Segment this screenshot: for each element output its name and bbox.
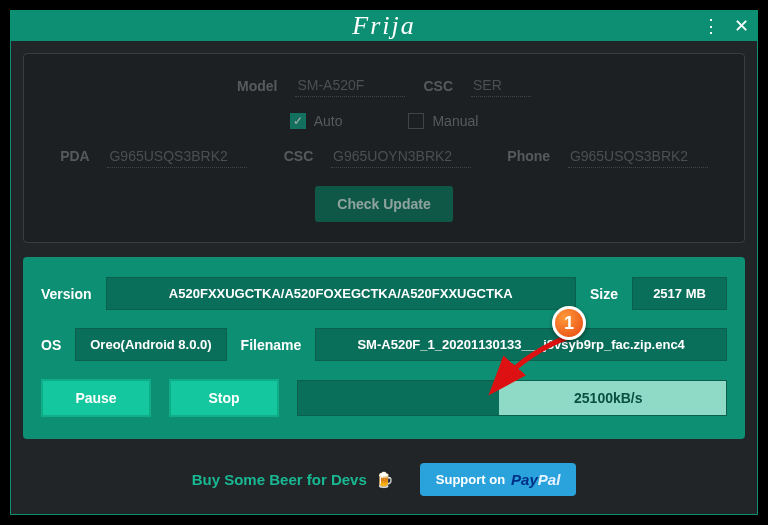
- download-panel: Version A520FXXUGCTKA/A520FOXEGCTKA/A520…: [23, 257, 745, 439]
- checkbox-empty-icon: [408, 113, 424, 129]
- version-label: Version: [41, 286, 92, 302]
- size-value: 2517 MB: [632, 277, 727, 310]
- content: Model CSC ✓ Auto Manual PDA: [11, 41, 757, 522]
- pause-button[interactable]: Pause: [41, 379, 151, 417]
- beer-text: Buy Some Beer for Devs: [192, 471, 367, 488]
- csc2-label: CSC: [284, 148, 314, 164]
- firmware-query-panel: Model CSC ✓ Auto Manual PDA: [23, 53, 745, 243]
- beer-icon: 🍺: [375, 471, 394, 489]
- manual-checkbox[interactable]: Manual: [408, 113, 478, 129]
- os-value: Oreo(Android 8.0.0): [75, 328, 226, 361]
- donate-beer-link[interactable]: Buy Some Beer for Devs 🍺: [192, 471, 394, 489]
- app-window: Frija ⋮ ✕ Model CSC ✓ Auto Manual: [10, 10, 758, 515]
- phone-label: Phone: [507, 148, 550, 164]
- csc-input[interactable]: [471, 74, 531, 97]
- footer: Buy Some Beer for Devs 🍺 Support on PayP…: [23, 453, 745, 510]
- manual-label: Manual: [432, 113, 478, 129]
- download-speed: 25100kB/s: [298, 381, 726, 415]
- csc2-input[interactable]: [331, 145, 471, 168]
- paypal-button[interactable]: Support on PayPal: [420, 463, 577, 496]
- app-title: Frija: [352, 11, 415, 41]
- phone-group: Phone: [507, 145, 708, 168]
- csc2-group: CSC: [284, 145, 471, 168]
- auto-label: Auto: [314, 113, 343, 129]
- title-controls: ⋮ ✕: [702, 11, 749, 41]
- check-update-button[interactable]: Check Update: [315, 186, 452, 222]
- pda-group: PDA: [60, 145, 247, 168]
- version-value: A520FXXUGCTKA/A520FOXEGCTKA/A520FXXUGCTK…: [106, 277, 576, 310]
- filename-label: Filename: [241, 337, 302, 353]
- model-label: Model: [237, 78, 277, 94]
- filename-value: SM-A520F_1_20201130133___j8vsyb9rp_fac.z…: [315, 328, 727, 361]
- size-label: Size: [590, 286, 618, 302]
- pda-label: PDA: [60, 148, 90, 164]
- csc-label: CSC: [423, 78, 453, 94]
- auto-checkbox[interactable]: ✓ Auto: [290, 113, 343, 129]
- paypal-logo: PayPal: [511, 471, 560, 488]
- stop-button[interactable]: Stop: [169, 379, 279, 417]
- titlebar: Frija ⋮ ✕: [11, 11, 757, 41]
- close-icon[interactable]: ✕: [734, 15, 749, 37]
- phone-input[interactable]: [568, 145, 708, 168]
- check-icon: ✓: [290, 113, 306, 129]
- support-text: Support on: [436, 472, 505, 487]
- menu-icon[interactable]: ⋮: [702, 15, 720, 37]
- pda-input[interactable]: [107, 145, 247, 168]
- os-label: OS: [41, 337, 61, 353]
- model-input[interactable]: [295, 74, 405, 97]
- download-progress: 25100kB/s: [297, 380, 727, 416]
